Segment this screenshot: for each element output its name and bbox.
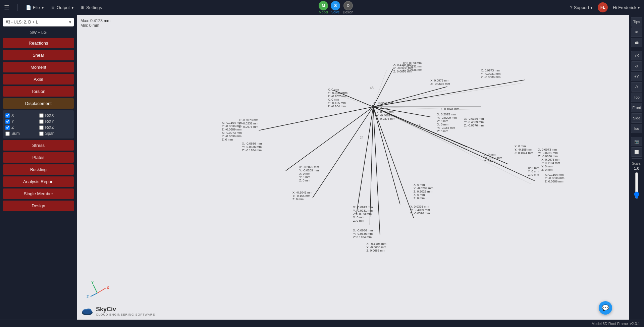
check-rotz[interactable]: RotZ	[39, 125, 72, 130]
output-chevron: ▾	[71, 5, 74, 10]
skyciv-logo-icon	[80, 307, 94, 316]
svg-line-126	[97, 288, 106, 293]
displacement-options: X RotX Y RotY Z RotZ Sum Span	[3, 110, 74, 139]
svg-text:Z: 0 mm: Z: 0 mm	[353, 219, 364, 222]
svg-text:Y: -0.0231 mm: Y: -0.0231 mm	[353, 209, 373, 212]
plates-button[interactable]: Plates	[3, 152, 74, 163]
file-menu[interactable]: 📄 File ▾	[26, 5, 44, 10]
svg-text:Z: 0.0973 mm: Z: 0.0973 mm	[353, 212, 372, 216]
svg-text:X: 0 mm: X: 0 mm	[484, 153, 496, 156]
svg-text:Y: -0.0231 mm: Y: -0.0231 mm	[538, 151, 558, 155]
support-button[interactable]: ? Support ▾	[570, 5, 593, 10]
plus-y-button[interactable]: +Y	[631, 72, 642, 81]
scale-label: Scale:	[632, 162, 641, 165]
version-label: v2.3.1	[630, 322, 640, 326]
svg-text:Z: 0.0686 mm: Z: 0.0686 mm	[545, 180, 564, 183]
scale-slider[interactable]	[633, 172, 640, 199]
torsion-button[interactable]: Torsion	[3, 86, 74, 97]
svg-text:Z: -0.0636 mm: Z: -0.0636 mm	[430, 82, 450, 86]
side-view-button[interactable]: Side	[631, 113, 642, 123]
svg-text:Z: -0.0636 mm: Z: -0.0636 mm	[538, 155, 558, 158]
tips-button[interactable]: Tips	[631, 17, 642, 26]
svg-text:Y: -0.0209 mm: Y: -0.0209 mm	[299, 169, 319, 172]
svg-text:Z: 0.1104 mm: Z: 0.1104 mm	[353, 235, 372, 239]
file-icon: 📄	[26, 5, 31, 10]
svg-line-128	[93, 285, 97, 293]
check-sum[interactable]: Sum	[5, 131, 38, 136]
svg-text:Y: -0.0209 mm: Y: -0.0209 mm	[328, 91, 347, 95]
svg-text:Z: 0 mm: Z: 0 mm	[437, 119, 448, 123]
reactions-button[interactable]: Reactions	[3, 38, 74, 48]
canvas-info: Max: 0.4123 mm Min: 0 mm	[80, 18, 110, 28]
check-rotx[interactable]: RotX	[39, 113, 72, 118]
svg-text:Z: 0 mm: Z: 0 mm	[437, 129, 448, 133]
svg-text:Y: 0 mm: Y: 0 mm	[541, 165, 552, 168]
check-x[interactable]: X	[5, 113, 38, 118]
check-z[interactable]: Z	[5, 125, 38, 130]
svg-text:Y: -0.0636 mm: Y: -0.0636 mm	[242, 145, 262, 149]
svg-text:Z: 0.2025 mm: Z: 0.2025 mm	[414, 190, 432, 193]
chat-button[interactable]: 💬	[599, 301, 612, 315]
analysis-report-button[interactable]: Analysis Report	[3, 176, 74, 187]
check-roty[interactable]: RotY	[39, 119, 72, 124]
svg-text:X: 0 mm: X: 0 mm	[328, 98, 339, 101]
main-area: #3 - ULS: 2. D + L ▾ SW + LG Reactions S…	[0, 15, 644, 320]
svg-text:Z: -0.0376 mm: Z: -0.0376 mm	[410, 212, 430, 215]
topbar-nav: 📄 File ▾ 🖥 Output ▾ ⚙ Settings	[26, 5, 102, 10]
svg-text:X: 0.0973 mm: X: 0.0973 mm	[403, 61, 422, 65]
plus-x-button[interactable]: +X	[631, 51, 642, 60]
output-menu[interactable]: 🖥 Output ▾	[51, 5, 74, 10]
camera-button[interactable]: 📷	[631, 137, 642, 146]
screenshot-button[interactable]: ⬜	[631, 147, 642, 157]
moment-button[interactable]: Moment	[3, 62, 74, 72]
mode-model[interactable]: M Model	[319, 1, 328, 14]
minus-x-button[interactable]: -X	[631, 61, 642, 71]
svg-text:X: 0.0973 mm: X: 0.0973 mm	[481, 69, 500, 72]
svg-text:X: 0 mm: X: 0 mm	[437, 123, 448, 126]
top-view-button[interactable]: Top	[631, 93, 642, 102]
scale-slider-container[interactable]	[633, 172, 640, 199]
svg-text:Z: -0.0636 mm: Z: -0.0636 mm	[481, 75, 501, 79]
mode-solve[interactable]: S Solve	[331, 1, 340, 14]
svg-text:X: 0.0973 mm: X: 0.0973 mm	[538, 148, 557, 151]
svg-text:X: -0.1104 mm: X: -0.1104 mm	[367, 242, 386, 246]
design-button[interactable]: Design	[3, 201, 74, 211]
user-greeting[interactable]: Hi Frederick ▾	[613, 5, 640, 10]
svg-text:X: -0.0686 mm: X: -0.0686 mm	[242, 142, 262, 145]
load-case-dropdown[interactable]: #3 - ULS: 2. D + L ▾	[3, 18, 74, 26]
minus-y-button[interactable]: -Y	[631, 82, 642, 92]
mountain-icon: 🏔	[635, 41, 639, 45]
visibility-button[interactable]: 👁	[631, 28, 642, 37]
svg-text:X: 0.0973 mm: X: 0.0973 mm	[541, 158, 560, 161]
render-button[interactable]: 🏔	[631, 38, 642, 47]
check-span[interactable]: Span	[39, 131, 72, 136]
svg-text:48: 48	[370, 86, 374, 90]
mode-design[interactable]: D Design	[343, 1, 353, 14]
front-view-button[interactable]: Front	[631, 103, 642, 112]
svg-text:X: 0.2025 mm: X: 0.2025 mm	[437, 113, 456, 116]
buckling-button[interactable]: Buckling	[3, 164, 74, 175]
svg-point-32	[372, 105, 375, 108]
svg-text:Y: -0.4089 mm: Y: -0.4089 mm	[377, 114, 396, 117]
menu-icon[interactable]: ☰	[4, 4, 9, 11]
svg-text:Y: -0.0636 mm: Y: -0.0636 mm	[222, 134, 241, 138]
svg-text:X: 0.1041 mm: X: 0.1041 mm	[440, 107, 459, 111]
shear-button[interactable]: Shear	[3, 50, 74, 60]
svg-text:Y: -0.155 mm: Y: -0.155 mm	[437, 126, 455, 129]
file-chevron: ▾	[42, 5, 44, 10]
svg-text:Z: 0.1104 mm: Z: 0.1104 mm	[541, 161, 560, 165]
displacement-button[interactable]: Displacement	[3, 98, 74, 109]
settings-menu[interactable]: ⚙ Settings	[80, 5, 102, 10]
eye-icon: 👁	[635, 30, 639, 34]
iso-view-button[interactable]: Iso	[631, 124, 642, 133]
svg-text:Y: -0.0231 mm: Y: -0.0231 mm	[238, 122, 258, 125]
svg-text:X: 0 mm: X: 0 mm	[353, 216, 365, 219]
stress-button[interactable]: Stress	[3, 140, 74, 151]
axial-button[interactable]: Axial	[3, 74, 74, 85]
check-y[interactable]: Y	[5, 119, 38, 124]
svg-text:24: 24	[360, 136, 364, 140]
single-member-button[interactable]: Single Member	[3, 188, 74, 199]
canvas-area[interactable]: Max: 0.4123 mm Min: 0 mm	[77, 15, 629, 320]
svg-text:X: 0 mm: X: 0 mm	[528, 166, 539, 170]
svg-text:Y: -0.0209 mm: Y: -0.0209 mm	[414, 186, 433, 190]
